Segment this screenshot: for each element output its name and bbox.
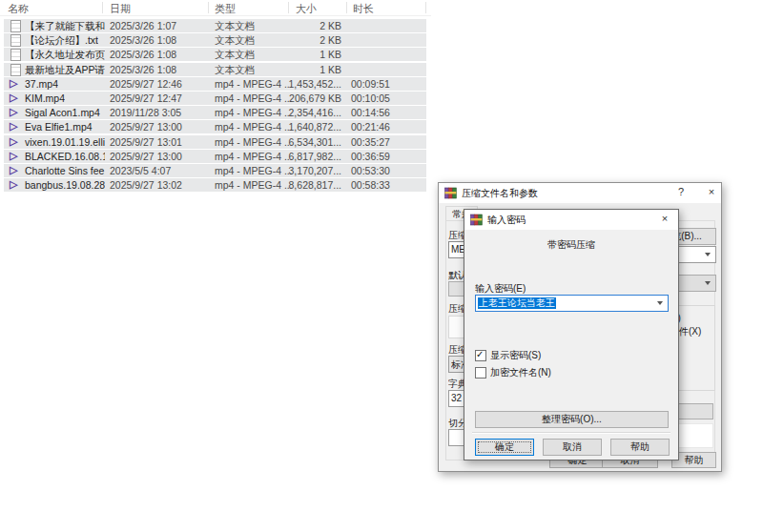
text-file-icon [10,34,21,47]
column-header-duration[interactable]: 时长 [353,2,374,16]
header-divider [0,15,431,16]
help-button[interactable]: 帮助 [610,439,670,456]
media-file-icon: ▷ [10,164,21,176]
table-row[interactable]: ▷ Sigal Acon1.mp4 2019/11/28 3:05 mp4 - … [4,106,426,119]
file-name: 最新地址及APP请... [25,64,105,77]
password-dialog-header: 带密码压缩 [464,238,678,252]
file-size: 1 KB [261,49,341,60]
encrypt-names-checkbox[interactable]: 加密文件名(N) [475,366,551,379]
table-row[interactable]: 最新地址及APP请... 2025/3/26 1:08 文本文档 1 KB [4,63,426,76]
file-duration: 00:14:56 [351,107,408,118]
password-dialog-titlebar[interactable]: 输入密码 × [464,210,678,230]
file-date: 2025/9/27 13:01 [110,136,209,148]
cancel-button[interactable]: 取消 [543,439,602,456]
file-name: Charlotte Sins fee... [25,165,105,176]
column-divider[interactable] [208,2,209,13]
file-name: vixen.19.01.19.elli... [25,136,105,148]
winrar-icon [470,214,483,226]
media-file-icon: ▷ [10,150,21,162]
table-row[interactable]: 【永久地址发布页... 2025/3/26 1:08 文本文档 1 KB [4,48,426,61]
table-row[interactable]: ▷ BLACKED.16.08.1... 2025/9/27 13:00 mp4… [4,150,426,163]
divider [472,432,670,434]
file-date: 2025/9/27 13:02 [110,179,209,191]
file-size: 2 KB [261,20,341,31]
archive-dialog-title: 压缩文件名和参数 [462,187,538,200]
file-date: 2025/3/26 1:08 [110,64,209,75]
chevron-down-icon [657,301,663,305]
chevron-down-icon [705,253,711,256]
column-header-date[interactable]: 日期 [110,2,131,16]
table-row[interactable]: ▷ KIM.mp4 2025/9/27 12:47 mp4 - MPEG-4 .… [4,92,426,105]
file-date: 2019/11/28 3:05 [110,107,209,118]
column-header-size[interactable]: 大小 [296,2,317,16]
file-date: 2025/3/26 1:07 [110,20,209,31]
organize-passwords-button[interactable]: 整理密码(O)... [475,411,669,428]
table-row[interactable]: ▷ Charlotte Sins fee... 2023/5/5 4:07 mp… [4,164,426,177]
file-date: 2025/9/27 13:00 [110,121,209,133]
archive-dialog-titlebar[interactable]: 压缩文件名和参数 ? × [439,183,721,203]
file-size: 1,640,872... [261,121,341,133]
column-divider[interactable] [425,2,426,13]
show-password-checkbox[interactable]: 显示密码(S) [475,349,541,361]
text-file-icon [10,49,21,61]
password-input[interactable]: 上老王论坛当老王 [475,295,669,312]
chevron-down-icon [705,281,711,285]
file-date: 2025/3/26 1:08 [110,49,209,60]
file-size: 8,628,817... [261,179,341,191]
media-file-icon: ▷ [10,77,21,90]
media-file-icon: ▷ [10,120,21,133]
show-password-label: 显示密码(S) [490,349,541,361]
file-date: 2025/9/27 12:47 [110,92,209,104]
table-row[interactable]: ▷ 37.mp4 2025/9/27 12:46 mp4 - MPEG-4 ..… [4,77,426,91]
file-name: bangbus.19.08.28... [25,179,105,191]
table-row[interactable]: ▷ bangbus.19.08.28... 2025/9/27 13:02 mp… [4,178,426,192]
file-duration: 00:21:46 [351,121,408,133]
file-duration: 00:10:05 [351,92,408,104]
encrypt-names-label: 加密文件名(N) [490,366,551,379]
close-icon[interactable]: × [704,186,719,197]
table-row[interactable]: 【论坛介绍】.txt 2025/3/26 1:08 文本文档 2 KB [4,33,426,47]
close-icon[interactable]: × [657,213,672,224]
column-divider[interactable] [346,2,347,13]
table-row[interactable]: ▷ Eva Elfie1.mp4 2025/9/27 13:00 mp4 - M… [4,120,426,133]
file-duration: 00:58:33 [351,179,408,191]
column-divider[interactable] [102,2,103,13]
media-file-icon: ▷ [10,178,21,191]
password-dialog-title: 输入密码 [487,214,526,227]
file-size: 6,534,301... [261,136,341,148]
column-divider[interactable] [288,2,289,13]
winrar-icon [444,187,457,199]
column-header-name[interactable]: 名称 [8,2,29,16]
file-size: 1 KB [261,64,341,75]
password-dialog: 输入密码 × 带密码压缩 输入密码(E) 上老王论坛当老王 显示密码(S) 加密… [464,209,679,460]
media-file-icon: ▷ [10,106,21,118]
file-size: 6,817,982... [261,151,341,162]
file-size: 3,170,207... [261,165,341,176]
text-file-icon [10,64,21,76]
help-icon[interactable]: ? [673,186,689,197]
checkbox-icon[interactable] [475,367,486,379]
table-row[interactable]: ▷ vixen.19.01.19.elli... 2025/9/27 13:01… [4,135,426,149]
file-name: 【永久地址发布页... [25,49,105,62]
checkbox-icon[interactable] [475,350,486,361]
file-name: 【论坛介绍】.txt [25,34,98,48]
file-duration: 00:09:51 [351,78,408,90]
password-label: 输入密码(E) [475,282,589,296]
file-date: 2025/3/26 1:08 [110,34,209,46]
table-row[interactable]: 【来了就能下载和... 2025/3/26 1:07 文本文档 2 KB [4,19,426,32]
file-duration: 00:36:59 [351,151,408,162]
text-file-icon [10,20,21,32]
file-name: 37.mp4 [25,78,58,90]
file-name: Sigal Acon1.mp4 [25,107,100,118]
column-header-type[interactable]: 类型 [215,2,236,16]
file-size: 206,679 KB [261,92,341,104]
ok-button[interactable]: 确定 [475,439,534,456]
file-date: 2025/9/27 12:46 [110,78,209,90]
file-duration: 00:35:27 [351,136,408,148]
password-value-selected: 上老王论坛当老王 [478,297,556,309]
file-name: Eva Elfie1.mp4 [25,121,93,133]
file-size: 1,453,452... [261,78,341,90]
file-date: 2025/9/27 13:00 [110,151,209,162]
file-date: 2023/5/5 4:07 [110,165,209,176]
media-file-icon: ▷ [10,92,21,104]
